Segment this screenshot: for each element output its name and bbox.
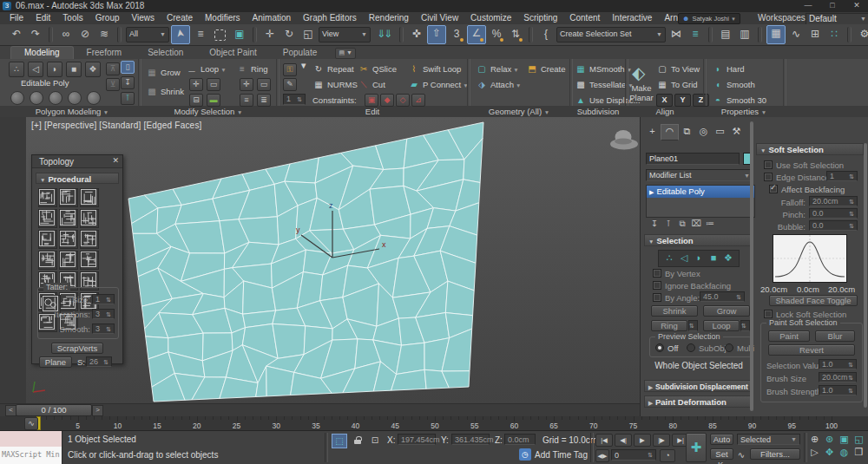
shaded-face-toggle-button[interactable]: Shaded Face Toggle: [769, 295, 858, 306]
schematic-view-icon[interactable]: ⊞▼: [806, 26, 824, 43]
angle-field[interactable]: 45.0⇅: [700, 291, 745, 302]
polygon-icon[interactable]: ■: [707, 251, 721, 265]
convert-to-patch-icon[interactable]: [68, 91, 86, 107]
modify-tab-icon[interactable]: ◠: [661, 124, 679, 141]
track-bar[interactable]: 0510152025303540455055606570758085909510…: [0, 416, 868, 431]
modifier-stack-row[interactable]: ▶Editable Poly: [647, 186, 754, 198]
preview-off-radio[interactable]: Off: [655, 343, 679, 353]
toolbar-separator[interactable]: ▼: [253, 27, 257, 42]
topology-pattern-5[interactable]: [59, 209, 78, 228]
topology-pattern-3[interactable]: [80, 188, 99, 207]
isolate-selection-icon[interactable]: ⬚: [332, 434, 347, 448]
dot-ring-icon[interactable]: ≣: [257, 94, 273, 107]
select-and-move-icon[interactable]: ✛▼: [261, 26, 279, 43]
ribbon-toggle-icon[interactable]: ▦▼: [766, 25, 786, 44]
edit-named-selections-icon[interactable]: {▼: [537, 26, 555, 43]
user-account-menu[interactable]: ☻Satyak Joshi ▼: [678, 13, 740, 24]
hard-button[interactable]: ◗Hard: [712, 62, 745, 76]
by-vertex-checkbox[interactable]: By Vertex: [653, 269, 700, 278]
maximize-button[interactable]: □: [821, 0, 844, 12]
create-button[interactable]: ⬒Create: [526, 62, 566, 76]
go-to-start-icon[interactable]: |◀: [595, 434, 613, 447]
menu-item-civil-view[interactable]: Civil View: [415, 12, 464, 24]
qslice-button[interactable]: ✂QSlice: [358, 62, 397, 76]
ring-button[interactable]: ≡Ring: [236, 62, 268, 76]
time-slider-handle[interactable]: 0 / 100: [16, 404, 92, 416]
absolute-mode-icon[interactable]: ⊡: [368, 434, 382, 447]
current-frame-field[interactable]: 0⇅: [611, 449, 656, 461]
nurms-button[interactable]: ▦NURMS: [312, 78, 358, 92]
select-and-link-icon[interactable]: ∞▼: [57, 26, 75, 43]
select-by-name-icon[interactable]: ≡▼: [192, 26, 209, 43]
iterations-field[interactable]: 3⇅: [92, 309, 115, 319]
topology-dialog[interactable]: Topology ✕ ▼Procedural Tatter: Size: 1⇅ …: [31, 154, 123, 364]
loop-button[interactable]: ⚊Loop▼: [186, 62, 227, 77]
paint-button[interactable]: Paint: [768, 330, 810, 342]
selection-filter-dropdown[interactable]: All▼: [126, 27, 169, 42]
selected-set-dropdown[interactable]: Selected▼: [737, 434, 800, 445]
repeat-button[interactable]: ↻Repeat: [312, 62, 354, 76]
pin-stack-icon[interactable]: ↧: [648, 219, 661, 228]
panel-footer-properties[interactable]: Properties ▼: [705, 106, 783, 118]
panel-scrollbar[interactable]: [750, 121, 753, 411]
toolbar-separator[interactable]: ▼: [49, 27, 53, 42]
maxscript-pink-pane[interactable]: [0, 431, 62, 448]
to-view-button[interactable]: ▢To View: [656, 62, 700, 76]
isolate-flask-icon[interactable]: ⊺: [121, 92, 137, 105]
subobject-polygon-icon[interactable]: ■: [66, 62, 84, 77]
topology-pattern-11[interactable]: [59, 251, 78, 270]
convert-to-mesh-icon[interactable]: [49, 91, 67, 107]
remove-modifier-icon[interactable]: ⌧: [689, 219, 703, 228]
reference-coordinate-dropdown[interactable]: View▼: [319, 27, 371, 42]
motion-tab-icon[interactable]: ◎: [695, 124, 712, 139]
menu-item-customize[interactable]: Customize: [464, 12, 517, 24]
curve-editor-icon[interactable]: ∿▼: [787, 26, 805, 43]
make-planar-label[interactable]: MakePlanar: [628, 83, 654, 102]
ring-button-panel[interactable]: Ring: [651, 320, 687, 331]
affect-backfacing-checkbox[interactable]: Affect Backfacing: [769, 185, 845, 194]
menu-item-file[interactable]: File: [3, 12, 30, 24]
loop-spinner[interactable]: ⇅: [740, 320, 750, 331]
selection-lock-icon[interactable]: [351, 434, 365, 447]
maxscript-white-pane[interactable]: MAXScript Min: [0, 447, 62, 464]
show-end-result-icon[interactable]: ⊺: [661, 219, 675, 228]
attach-button[interactable]: ⬗Attach▼: [476, 78, 521, 93]
edge-distance-field[interactable]: 1⇅: [826, 171, 858, 181]
fov-icon[interactable]: ▷: [807, 446, 822, 459]
zoom-extents-icon[interactable]: ▣: [837, 433, 852, 446]
toolbar-separator[interactable]: ▼: [758, 27, 762, 42]
pinch-field[interactable]: 0.0⇅: [809, 208, 858, 219]
topology-dialog-title[interactable]: Topology: [32, 155, 122, 168]
smooth-button[interactable]: ◖Smooth: [712, 78, 755, 92]
utilities-tab-icon[interactable]: ⚒: [728, 124, 745, 139]
redo-icon[interactable]: ↷▼: [27, 26, 44, 43]
select-and-manipulate-icon[interactable]: ✜▼: [408, 26, 425, 43]
undo-icon[interactable]: ↶▼: [8, 26, 25, 43]
edge-icon[interactable]: ◁: [677, 251, 692, 265]
by-angle-checkbox[interactable]: By Angle:: [653, 293, 700, 303]
next-frame-slider-button[interactable]: >: [92, 405, 103, 416]
relax-button[interactable]: ▢Relax▼: [476, 62, 519, 77]
unlink-selection-icon[interactable]: ⊘▼: [76, 26, 94, 43]
maxscript-mini-listener[interactable]: MAXScript Min: [0, 431, 62, 464]
size-field[interactable]: 1⇅: [92, 294, 115, 304]
ring-grow-icon[interactable]: ✛: [240, 78, 256, 91]
topology-pattern-10[interactable]: [38, 251, 57, 270]
shrink-button-panel[interactable]: Shrink: [651, 305, 698, 317]
menu-item-scripting[interactable]: Scripting: [517, 12, 563, 24]
subobject-vertex-icon[interactable]: ∴: [9, 62, 27, 77]
menu-item-group[interactable]: Group: [89, 12, 126, 24]
orbit-icon[interactable]: ◍: [837, 446, 852, 459]
subobject-edge-icon[interactable]: ◁: [28, 62, 46, 77]
make-unique-icon[interactable]: ⧉: [675, 219, 689, 229]
topology-pattern-12[interactable]: [80, 251, 99, 270]
keyboard-override-icon[interactable]: ⇧▼: [427, 25, 446, 44]
dot-loop-icon[interactable]: ▬: [207, 94, 223, 107]
viewport-label[interactable]: [+] [Perspective] [Standard] [Edged Face…: [31, 121, 202, 130]
key-filters-curve-icon[interactable]: ∿: [735, 448, 747, 461]
snaps-toggle-icon[interactable]: 3▼: [448, 26, 465, 43]
panel-footer-subdivision[interactable]: Subdivision: [571, 106, 625, 117]
bubble-field[interactable]: 0.0⇅: [809, 220, 858, 231]
panel-footer-edit[interactable]: Edit: [278, 106, 467, 117]
element-icon[interactable]: ❖: [721, 251, 736, 265]
